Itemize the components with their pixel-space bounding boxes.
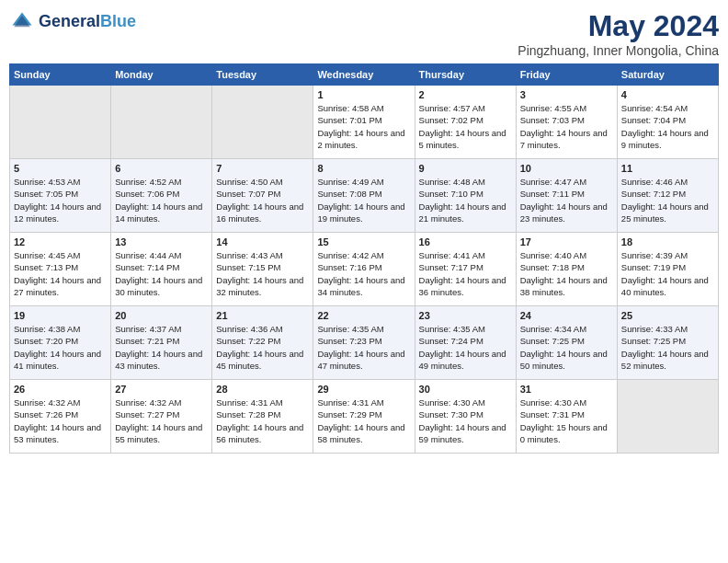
calendar-header-row: SundayMondayTuesdayWednesdayThursdayFrid… xyxy=(10,64,719,86)
sunset-label: Sunset: 7:21 PM xyxy=(115,336,179,346)
column-header-tuesday: Tuesday xyxy=(212,64,313,86)
calendar-cell: 29 Sunrise: 4:31 AM Sunset: 7:29 PM Dayl… xyxy=(313,380,415,454)
sunrise-label: Sunrise: 4:57 AM xyxy=(419,103,485,113)
daylight-label: Daylight: 14 hours and 50 minutes. xyxy=(520,349,608,371)
sunset-label: Sunset: 7:11 PM xyxy=(520,189,585,199)
daylight-label: Daylight: 14 hours and 34 minutes. xyxy=(317,275,404,297)
calendar-cell: 28 Sunrise: 4:31 AM Sunset: 7:28 PM Dayl… xyxy=(212,380,313,454)
cell-content: Sunrise: 4:43 AM Sunset: 7:15 PM Dayligh… xyxy=(216,249,309,298)
daylight-label: Daylight: 14 hours and 55 minutes. xyxy=(115,422,202,444)
sunset-label: Sunset: 7:15 PM xyxy=(216,262,280,272)
cell-content: Sunrise: 4:47 AM Sunset: 7:11 PM Dayligh… xyxy=(520,176,613,224)
daylight-label: Daylight: 14 hours and 47 minutes. xyxy=(317,349,404,371)
sunrise-label: Sunrise: 4:43 AM xyxy=(216,250,282,260)
daylight-label: Daylight: 14 hours and 56 minutes. xyxy=(216,422,303,444)
day-number: 26 xyxy=(14,384,107,395)
sunset-label: Sunset: 7:05 PM xyxy=(14,189,78,199)
sunrise-label: Sunrise: 4:55 AM xyxy=(520,103,586,113)
calendar-cell: 1 Sunrise: 4:58 AM Sunset: 7:01 PM Dayli… xyxy=(313,86,415,159)
calendar-cell: 25 Sunrise: 4:33 AM Sunset: 7:25 PM Dayl… xyxy=(617,306,718,380)
day-number: 18 xyxy=(621,236,714,247)
cell-content: Sunrise: 4:54 AM Sunset: 7:04 PM Dayligh… xyxy=(621,102,714,151)
daylight-label: Daylight: 14 hours and 49 minutes. xyxy=(419,349,506,371)
day-number: 20 xyxy=(115,310,208,321)
sunset-label: Sunset: 7:12 PM xyxy=(621,189,686,199)
cell-content: Sunrise: 4:52 AM Sunset: 7:06 PM Dayligh… xyxy=(115,176,208,224)
day-number: 11 xyxy=(621,163,714,174)
sunset-label: Sunset: 7:06 PM xyxy=(115,189,179,199)
calendar-cell: 3 Sunrise: 4:55 AM Sunset: 7:03 PM Dayli… xyxy=(516,86,617,159)
logo-text: GeneralBlue xyxy=(39,13,136,31)
day-number: 27 xyxy=(115,384,208,395)
sunset-label: Sunset: 7:26 PM xyxy=(14,409,78,419)
sunrise-label: Sunrise: 4:31 AM xyxy=(317,397,383,408)
sunrise-label: Sunrise: 4:37 AM xyxy=(115,324,181,334)
calendar-cell: 22 Sunrise: 4:35 AM Sunset: 7:23 PM Dayl… xyxy=(313,306,415,380)
calendar-week-row: 5 Sunrise: 4:53 AM Sunset: 7:05 PM Dayli… xyxy=(10,159,719,233)
cell-content: Sunrise: 4:37 AM Sunset: 7:21 PM Dayligh… xyxy=(115,323,208,372)
sunrise-label: Sunrise: 4:45 AM xyxy=(14,250,80,260)
sunrise-label: Sunrise: 4:35 AM xyxy=(317,324,383,334)
cell-content: Sunrise: 4:46 AM Sunset: 7:12 PM Dayligh… xyxy=(621,176,714,224)
day-number: 1 xyxy=(317,89,410,100)
sunrise-label: Sunrise: 4:44 AM xyxy=(115,250,181,260)
day-number: 16 xyxy=(419,236,512,247)
sunset-label: Sunset: 7:18 PM xyxy=(520,262,585,272)
sunrise-label: Sunrise: 4:34 AM xyxy=(520,324,586,334)
calendar-cell: 24 Sunrise: 4:34 AM Sunset: 7:25 PM Dayl… xyxy=(516,306,617,380)
day-number: 19 xyxy=(14,310,107,321)
sunrise-label: Sunrise: 4:30 AM xyxy=(520,397,586,408)
cell-content: Sunrise: 4:58 AM Sunset: 7:01 PM Dayligh… xyxy=(317,102,410,151)
column-header-monday: Monday xyxy=(111,64,212,86)
day-number: 22 xyxy=(317,310,410,321)
day-number: 7 xyxy=(216,163,309,174)
calendar-cell: 20 Sunrise: 4:37 AM Sunset: 7:21 PM Dayl… xyxy=(111,306,212,380)
logo: GeneralBlue xyxy=(9,9,136,35)
sunrise-label: Sunrise: 4:32 AM xyxy=(115,397,181,408)
cell-content: Sunrise: 4:34 AM Sunset: 7:25 PM Dayligh… xyxy=(520,323,613,372)
sunset-label: Sunset: 7:13 PM xyxy=(14,262,78,272)
calendar-cell: 16 Sunrise: 4:41 AM Sunset: 7:17 PM Dayl… xyxy=(415,233,516,306)
sunset-label: Sunset: 7:30 PM xyxy=(419,409,483,419)
sunrise-label: Sunrise: 4:35 AM xyxy=(419,324,485,334)
sunrise-label: Sunrise: 4:42 AM xyxy=(317,250,383,260)
calendar-cell: 19 Sunrise: 4:38 AM Sunset: 7:20 PM Dayl… xyxy=(10,306,111,380)
sunrise-label: Sunrise: 4:38 AM xyxy=(14,324,80,334)
sunrise-label: Sunrise: 4:40 AM xyxy=(520,250,586,260)
sunset-label: Sunset: 7:01 PM xyxy=(317,115,381,125)
column-header-wednesday: Wednesday xyxy=(313,64,415,86)
calendar-cell: 15 Sunrise: 4:42 AM Sunset: 7:16 PM Dayl… xyxy=(313,233,415,306)
calendar-cell: 11 Sunrise: 4:46 AM Sunset: 7:12 PM Dayl… xyxy=(617,159,718,233)
sunrise-label: Sunrise: 4:49 AM xyxy=(317,177,383,187)
day-number: 5 xyxy=(14,163,107,174)
day-number: 23 xyxy=(419,310,512,321)
day-number: 14 xyxy=(216,236,309,247)
daylight-label: Daylight: 14 hours and 5 minutes. xyxy=(419,128,506,150)
daylight-label: Daylight: 14 hours and 14 minutes. xyxy=(115,201,202,224)
sunrise-label: Sunrise: 4:53 AM xyxy=(14,177,80,187)
cell-content: Sunrise: 4:48 AM Sunset: 7:10 PM Dayligh… xyxy=(419,176,512,224)
calendar-cell: 30 Sunrise: 4:30 AM Sunset: 7:30 PM Dayl… xyxy=(415,380,516,454)
calendar-cell: 14 Sunrise: 4:43 AM Sunset: 7:15 PM Dayl… xyxy=(212,233,313,306)
daylight-label: Daylight: 14 hours and 41 minutes. xyxy=(14,349,101,371)
sunset-label: Sunset: 7:14 PM xyxy=(115,262,179,272)
sunrise-label: Sunrise: 4:41 AM xyxy=(419,250,485,260)
page-header: GeneralBlue May 2024 Pingzhuang, Inner M… xyxy=(9,9,719,58)
calendar-cell: 21 Sunrise: 4:36 AM Sunset: 7:22 PM Dayl… xyxy=(212,306,313,380)
calendar-cell: 5 Sunrise: 4:53 AM Sunset: 7:05 PM Dayli… xyxy=(10,159,111,233)
sunset-label: Sunset: 7:16 PM xyxy=(317,262,381,272)
daylight-label: Daylight: 14 hours and 52 minutes. xyxy=(621,349,709,371)
day-number: 9 xyxy=(419,163,512,174)
daylight-label: Daylight: 14 hours and 21 minutes. xyxy=(419,201,506,224)
calendar-week-row: 26 Sunrise: 4:32 AM Sunset: 7:26 PM Dayl… xyxy=(10,380,719,454)
sunset-label: Sunset: 7:19 PM xyxy=(621,262,686,272)
day-number: 6 xyxy=(115,163,208,174)
sunrise-label: Sunrise: 4:39 AM xyxy=(621,250,688,260)
sunrise-label: Sunrise: 4:31 AM xyxy=(216,397,282,408)
calendar-cell xyxy=(212,86,313,159)
sunrise-label: Sunrise: 4:52 AM xyxy=(115,177,181,187)
sunrise-label: Sunrise: 4:50 AM xyxy=(216,177,282,187)
daylight-label: Daylight: 14 hours and 58 minutes. xyxy=(317,422,404,444)
sunset-label: Sunset: 7:03 PM xyxy=(520,115,585,125)
daylight-label: Daylight: 14 hours and 30 minutes. xyxy=(115,275,202,297)
